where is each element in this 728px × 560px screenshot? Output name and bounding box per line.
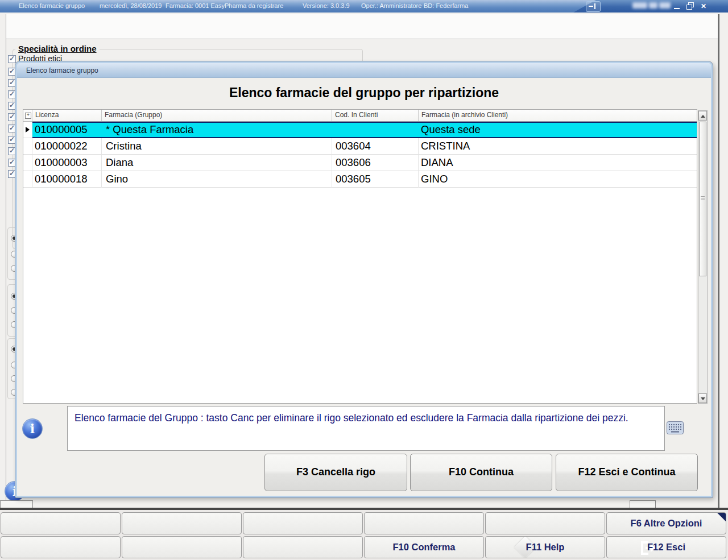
function-key-bar: F6 Altre Opzioni F10 Conferma F11 Help F…	[0, 510, 728, 560]
f12-esci-e-continua-button[interactable]: F12 Esci e Continua	[556, 454, 698, 491]
screen: Elenco farmacie gruppo mercoledì, 28/08/…	[0, 0, 728, 560]
cell-farmacia-gruppo: Diana	[102, 155, 332, 171]
table-row[interactable]: 010000018 Gino 003605 GINO	[23, 171, 697, 188]
window-right-border	[718, 14, 719, 508]
fkey-empty	[122, 536, 242, 558]
cell-cod-clienti: 003605	[332, 171, 419, 188]
checkbox-prodotti-etici[interactable]	[8, 55, 16, 63]
window-bottom-tab-right	[630, 500, 656, 508]
background-checkbox[interactable]	[8, 125, 16, 132]
background-checkbox[interactable]	[8, 113, 16, 121]
cell-farmacia-archivio: GINO	[419, 171, 697, 188]
scrollbar-down-button[interactable]	[698, 393, 707, 403]
minimize-button[interactable]	[673, 2, 681, 11]
background-checkbox[interactable]	[8, 68, 16, 76]
cell-farmacia-archivio: DIANA	[419, 155, 697, 171]
groupbox-specialita-title: Specialità in ordine	[15, 44, 100, 53]
cell-licenza: 010000022	[32, 138, 102, 155]
cell-cod-clienti	[332, 122, 419, 138]
f11-help-button[interactable]: F11 Help	[485, 536, 605, 558]
column-header-farmacia-archivio[interactable]: Farmacia (in archivio Clienti)	[419, 110, 697, 121]
cell-farmacia-archivio: CRISTINA	[419, 138, 697, 155]
background-checkbox[interactable]	[8, 170, 16, 178]
titlebar-farmacia: Farmacia: 0001 EasyPharma da registrare	[166, 2, 283, 9]
column-header-farmacia-gruppo[interactable]: Farmacia (Gruppo)	[102, 110, 332, 121]
row-indicator-cell	[23, 171, 32, 188]
pharmacy-table: + Licenza Farmacia (Gruppo) Cod. In Clie…	[23, 109, 697, 404]
corner-triangle-icon	[717, 513, 726, 521]
fkey-empty	[243, 536, 363, 558]
dialog-elenco-farmacie: Elenco farmacie gruppo Elenco farmacie d…	[15, 61, 713, 497]
cell-farmacia-archivio: Questa sede	[419, 122, 697, 138]
dialog-title: Elenco farmacie gruppo	[26, 67, 98, 74]
scrollbar-thumb[interactable]	[699, 122, 706, 276]
titlebar-operatore: Oper.: Amministratore	[361, 2, 421, 9]
cell-farmacia-gruppo: Cristina	[102, 138, 332, 155]
row-indicator-cell	[23, 138, 32, 155]
vertical-scrollbar[interactable]	[698, 110, 708, 404]
cell-licenza: 010000018	[32, 171, 102, 188]
current-row-arrow-icon	[26, 127, 30, 132]
cell-farmacia-gruppo: * Questa Farmacia	[102, 122, 332, 138]
dock-pin-icon[interactable]	[586, 1, 601, 12]
table-row[interactable]: 010000022 Cristina 003604 CRISTINA	[23, 138, 697, 155]
header-indicator-cell: +	[23, 110, 32, 121]
cell-licenza: 010000003	[32, 155, 102, 171]
background-checkbox[interactable]	[8, 79, 16, 87]
redacted-text	[632, 2, 673, 10]
titlebar-app-title: Elenco farmacie gruppo	[19, 2, 85, 9]
table-row[interactable]: 010000003 Diana 003606 DIANA	[23, 155, 697, 171]
titlebar-versione: Versione: 3.0.3.9	[303, 2, 350, 9]
cell-farmacia-gruppo: Gino	[102, 171, 332, 188]
info-message-box: Elenco farmacie del Gruppo : tasto Canc …	[67, 406, 665, 451]
expand-all-icon[interactable]: +	[25, 113, 31, 119]
fkey-empty	[243, 512, 363, 534]
f3-cancella-rigo-button[interactable]: F3 Cancella rigo	[264, 454, 407, 491]
table-row-selected[interactable]: 010000005 * Questa Farmacia Questa sede	[23, 122, 697, 138]
cell-cod-clienti: 003604	[332, 138, 419, 155]
f10-label: F10 Conferma	[392, 542, 455, 552]
f11-label: F11 Help	[526, 542, 565, 552]
scrollbar-up-button[interactable]	[698, 111, 707, 121]
f6-altre-opzioni-button[interactable]: F6 Altre Opzioni	[606, 512, 726, 534]
titlebar-date: mercoledì, 28/08/2019	[100, 2, 162, 9]
close-button[interactable]: ✕	[700, 2, 708, 11]
f6-label: F6 Altre Opzioni	[631, 518, 702, 528]
arrow-down-icon	[701, 397, 705, 400]
info-icon	[22, 418, 43, 439]
cell-cod-clienti: 003606	[332, 155, 419, 171]
fkey-empty	[1, 536, 121, 558]
f10-continua-button[interactable]: F10 Continua	[410, 454, 552, 491]
arrow-up-icon	[701, 115, 705, 118]
column-header-cod-clienti[interactable]: Cod. In Clienti	[332, 110, 419, 121]
window-top-panel	[6, 14, 718, 39]
window-left-border	[6, 14, 6, 508]
table-header-row: + Licenza Farmacia (Gruppo) Cod. In Clie…	[23, 110, 697, 122]
window-titlebar: Elenco farmacie gruppo mercoledì, 28/08/…	[0, 0, 728, 13]
fkey-empty	[122, 512, 242, 534]
background-checkbox[interactable]	[8, 147, 16, 155]
dialog-titlebar: Elenco farmacie gruppo	[17, 63, 711, 78]
row-indicator-cell	[23, 122, 32, 138]
titlebar-database: BD: Federfarma	[424, 2, 468, 9]
f10-conferma-button[interactable]: F10 Conferma	[364, 536, 484, 558]
fkey-empty	[364, 512, 484, 534]
background-checkbox[interactable]	[8, 136, 16, 144]
background-checkbox[interactable]	[8, 102, 16, 110]
dialog-heading: Elenco farmacie del gruppo per ripartizi…	[17, 85, 711, 101]
background-checkbox[interactable]	[8, 90, 16, 98]
f12-esci-button[interactable]: F12 Esci	[606, 536, 726, 558]
fkey-empty	[1, 512, 121, 534]
restore-button[interactable]	[686, 2, 694, 11]
column-header-licenza[interactable]: Licenza	[32, 110, 102, 121]
cell-licenza: 010000005	[32, 122, 102, 138]
row-indicator-cell	[23, 155, 32, 171]
f12-label: F12 Esci	[647, 542, 685, 552]
fkey-empty	[485, 512, 605, 534]
background-checkbox[interactable]	[8, 159, 16, 167]
keyboard-icon[interactable]	[667, 421, 684, 434]
info-message-text: Elenco farmacie del Gruppo : tasto Canc …	[75, 411, 643, 425]
